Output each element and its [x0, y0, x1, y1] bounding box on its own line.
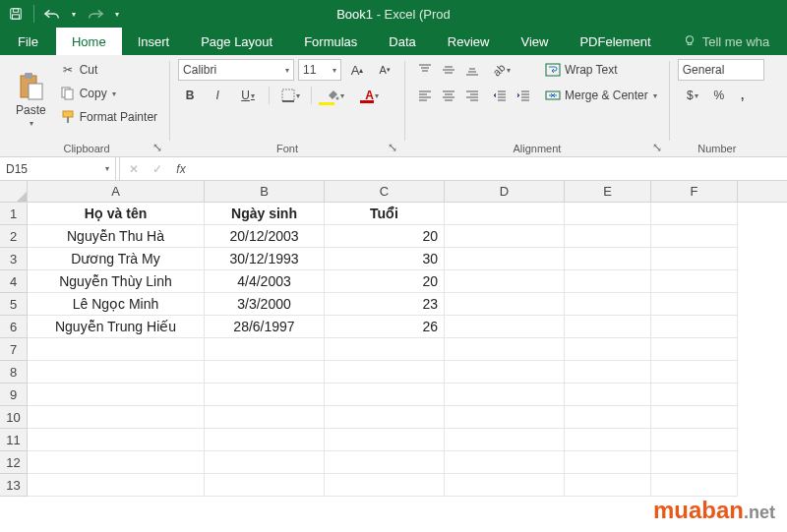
percent-format-button[interactable]: % [707, 85, 731, 106]
cell-A9[interactable] [28, 384, 205, 406]
row-header-7[interactable]: 7 [0, 338, 27, 361]
cell-A12[interactable] [28, 451, 205, 474]
tell-me[interactable]: Tell me wha [667, 28, 786, 55]
column-header-B[interactable]: B [205, 181, 325, 202]
redo-icon[interactable] [84, 2, 107, 26]
tab-file[interactable]: File [0, 28, 56, 55]
cell-A5[interactable]: Lê Ngọc Minh [28, 293, 205, 316]
cell-A10[interactable] [28, 406, 205, 429]
borders-button[interactable]: ▾ [275, 85, 305, 106]
cell-D4[interactable] [445, 270, 565, 293]
insert-function-button[interactable]: fx [169, 158, 193, 180]
cell-B5[interactable]: 3/3/2000 [205, 293, 325, 316]
tab-formulas[interactable]: Formulas [288, 28, 373, 55]
column-header-C[interactable]: C [325, 181, 445, 202]
tab-home[interactable]: Home [56, 28, 122, 55]
name-box[interactable]: D15 ▾ [0, 157, 116, 180]
cell-C5[interactable]: 23 [325, 293, 445, 316]
cell-D12[interactable] [445, 451, 565, 474]
cell-F2[interactable] [651, 225, 738, 248]
cell-C7[interactable] [325, 338, 445, 361]
cell-C13[interactable] [325, 474, 445, 497]
cell-F11[interactable] [651, 429, 738, 451]
formula-input[interactable] [195, 157, 787, 180]
cell-F9[interactable] [651, 384, 738, 406]
cell-B4[interactable]: 4/4/2003 [205, 270, 325, 293]
cell-F8[interactable] [651, 361, 738, 384]
cell-B11[interactable] [205, 429, 325, 451]
cell-C11[interactable] [325, 429, 445, 451]
cell-D7[interactable] [445, 338, 565, 361]
row-header-10[interactable]: 10 [0, 406, 27, 429]
row-header-2[interactable]: 2 [0, 225, 27, 248]
cell-C12[interactable] [325, 451, 445, 474]
save-icon[interactable] [4, 2, 28, 26]
cell-D6[interactable] [445, 316, 565, 338]
cell-B1[interactable]: Ngày sinh [205, 203, 325, 225]
cell-A8[interactable] [28, 361, 205, 384]
cell-A4[interactable]: Nguyễn Thùy Linh [28, 270, 205, 293]
cell-E3[interactable] [565, 248, 651, 270]
underline-button[interactable]: U▾ [233, 85, 263, 106]
row-header-5[interactable]: 5 [0, 293, 27, 316]
cell-C3[interactable]: 30 [325, 248, 445, 270]
cell-C2[interactable]: 20 [325, 225, 445, 248]
cell-F4[interactable] [651, 270, 738, 293]
row-header-4[interactable]: 4 [0, 270, 27, 293]
cell-D9[interactable] [445, 384, 565, 406]
cell-C8[interactable] [325, 361, 445, 384]
cell-C1[interactable]: Tuổi [325, 203, 445, 225]
tab-page-layout[interactable]: Page Layout [185, 28, 288, 55]
cell-B10[interactable] [205, 406, 325, 429]
cell-F7[interactable] [651, 338, 738, 361]
row-header-12[interactable]: 12 [0, 451, 27, 474]
cell-F12[interactable] [651, 451, 738, 474]
cell-A2[interactable]: Nguyễn Thu Hà [28, 225, 205, 248]
cell-E4[interactable] [565, 270, 651, 293]
number-format-combo[interactable]: General [678, 59, 764, 81]
cell-B2[interactable]: 20/12/2003 [205, 225, 325, 248]
cell-B13[interactable] [205, 474, 325, 497]
font-color-button[interactable]: A▾ [355, 85, 389, 106]
align-left-button[interactable] [413, 85, 437, 106]
cell-E12[interactable] [565, 451, 651, 474]
tab-insert[interactable]: Insert [122, 28, 186, 55]
comma-format-button[interactable]: , [731, 85, 755, 106]
cell-B9[interactable] [205, 384, 325, 406]
cell-C4[interactable]: 20 [325, 270, 445, 293]
merge-center-button[interactable]: Merge & Center▾ [541, 85, 661, 106]
align-center-button[interactable] [437, 85, 460, 106]
undo-dropdown-icon[interactable]: ▾ [68, 2, 80, 26]
cell-C9[interactable] [325, 384, 445, 406]
cell-C10[interactable] [325, 406, 445, 429]
cell-A3[interactable]: Dương Trà My [28, 248, 205, 270]
cell-F1[interactable] [651, 203, 738, 225]
cell-B3[interactable]: 30/12/1993 [205, 248, 325, 270]
spreadsheet-grid[interactable]: ABCDEF 12345678910111213 Họ và tênNgày s… [0, 181, 787, 532]
clipboard-launcher[interactable]: ⤡ [151, 142, 163, 153]
tab-view[interactable]: View [505, 28, 564, 55]
decrease-indent-button[interactable] [488, 85, 512, 106]
cell-B6[interactable]: 28/6/1997 [205, 316, 325, 338]
cell-E10[interactable] [565, 406, 651, 429]
cell-D3[interactable] [445, 248, 565, 270]
cell-D11[interactable] [445, 429, 565, 451]
cell-C6[interactable]: 26 [325, 316, 445, 338]
italic-button[interactable]: I [206, 85, 229, 106]
row-header-1[interactable]: 1 [0, 203, 27, 225]
cell-F6[interactable] [651, 316, 738, 338]
cell-D8[interactable] [445, 361, 565, 384]
column-header-D[interactable]: D [445, 181, 565, 202]
select-all-corner[interactable] [0, 181, 28, 203]
cell-E5[interactable] [565, 293, 651, 316]
tab-pdfelement[interactable]: PDFelement [564, 28, 666, 55]
column-header-F[interactable]: F [651, 181, 738, 202]
wrap-text-button[interactable]: Wrap Text [541, 59, 661, 81]
decrease-font-button[interactable]: A▾ [373, 59, 396, 81]
row-header-9[interactable]: 9 [0, 384, 27, 406]
tab-review[interactable]: Review [432, 28, 506, 55]
align-top-button[interactable] [413, 59, 437, 81]
cell-E7[interactable] [565, 338, 651, 361]
cell-A11[interactable] [28, 429, 205, 451]
cell-E9[interactable] [565, 384, 651, 406]
